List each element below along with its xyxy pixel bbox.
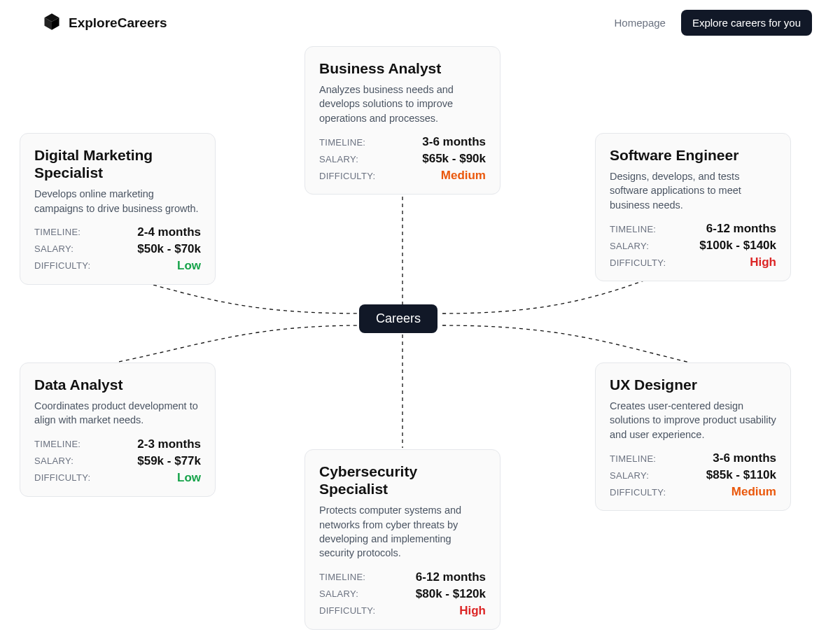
stat-salary: $59k - $77k	[137, 454, 201, 468]
stat-salary: $65k - $90k	[422, 152, 486, 166]
stat-salary: $50k - $70k	[137, 242, 201, 256]
card-title: Digital Marketing Specialist	[34, 146, 201, 181]
stat-label-salary: SALARY:	[610, 241, 649, 251]
stat-label-salary: SALARY:	[319, 589, 358, 599]
card-desc: Designs, develops, and tests software ap…	[610, 169, 776, 212]
stat-label-timeline: TIMELINE:	[610, 453, 656, 464]
card-desc: Creates user-centered design solutions t…	[610, 399, 776, 442]
card-cybersecurity[interactable]: Cybersecurity Specialist Protects comput…	[304, 449, 500, 630]
stat-label-difficulty: DIFFICULTY:	[319, 605, 375, 616]
card-title: UX Designer	[610, 376, 776, 393]
stat-label-difficulty: DIFFICULTY:	[34, 260, 90, 271]
stat-label-difficulty: DIFFICULTY:	[319, 171, 375, 181]
stat-difficulty: Medium	[732, 485, 776, 499]
cube-icon	[42, 12, 62, 34]
card-desc: Coordinates product development to align…	[34, 399, 201, 428]
explore-careers-button[interactable]: Explore careers for you	[681, 10, 812, 36]
stat-label-timeline: TIMELINE:	[319, 137, 365, 148]
stat-timeline: 6-12 months	[706, 222, 776, 236]
card-title: Cybersecurity Specialist	[319, 463, 486, 498]
stat-label-timeline: TIMELINE:	[319, 572, 365, 582]
stat-salary: $100k - $140k	[699, 239, 776, 253]
stat-label-salary: SALARY:	[34, 244, 74, 254]
stat-difficulty: Low	[177, 471, 201, 485]
stat-salary: $80k - $120k	[416, 587, 486, 601]
stat-difficulty: Medium	[441, 169, 486, 183]
stat-label-timeline: TIMELINE:	[34, 439, 80, 449]
header: ExploreCareers Homepage Explore careers …	[0, 0, 840, 36]
stat-label-timeline: TIMELINE:	[610, 224, 656, 234]
stat-label-salary: SALARY:	[34, 456, 74, 466]
card-title: Data Analyst	[34, 376, 201, 393]
hub-careers[interactable]: Careers	[359, 304, 438, 333]
card-title: Software Engineer	[610, 146, 776, 164]
card-desc: Protects computer systems and networks f…	[319, 503, 486, 560]
card-ux-designer[interactable]: UX Designer Creates user-centered design…	[595, 362, 791, 511]
card-data-analyst[interactable]: Data Analyst Coordinates product develop…	[20, 362, 216, 497]
card-business-analyst[interactable]: Business Analyst Analyzes business needs…	[304, 46, 500, 195]
nav-homepage[interactable]: Homepage	[615, 17, 666, 29]
stat-label-timeline: TIMELINE:	[34, 227, 80, 237]
stat-label-difficulty: DIFFICULTY:	[610, 258, 666, 268]
card-software-engineer[interactable]: Software Engineer Designs, develops, and…	[595, 133, 791, 281]
card-digital-marketing[interactable]: Digital Marketing Specialist Develops on…	[20, 133, 216, 285]
stat-difficulty: High	[459, 604, 486, 618]
stat-timeline: 3-6 months	[422, 135, 486, 149]
stat-timeline: 2-3 months	[137, 437, 201, 451]
card-desc: Analyzes business needs and develops sol…	[319, 83, 486, 125]
brand[interactable]: ExploreCareers	[42, 12, 167, 34]
stat-label-difficulty: DIFFICULTY:	[610, 487, 666, 498]
stat-label-difficulty: DIFFICULTY:	[34, 472, 90, 483]
card-desc: Develops online marketing campaigns to d…	[34, 187, 201, 216]
card-title: Business Analyst	[319, 59, 486, 77]
stat-label-salary: SALARY:	[610, 470, 649, 481]
stat-difficulty: Low	[177, 259, 201, 273]
stat-salary: $85k - $110k	[706, 468, 776, 482]
nav: Homepage Explore careers for you	[615, 10, 812, 36]
stat-timeline: 3-6 months	[713, 451, 776, 465]
brand-name: ExploreCareers	[69, 15, 167, 31]
stat-label-salary: SALARY:	[319, 154, 358, 164]
stat-difficulty: High	[750, 255, 776, 269]
stat-timeline: 6-12 months	[416, 570, 486, 584]
stat-timeline: 2-4 months	[137, 225, 201, 239]
